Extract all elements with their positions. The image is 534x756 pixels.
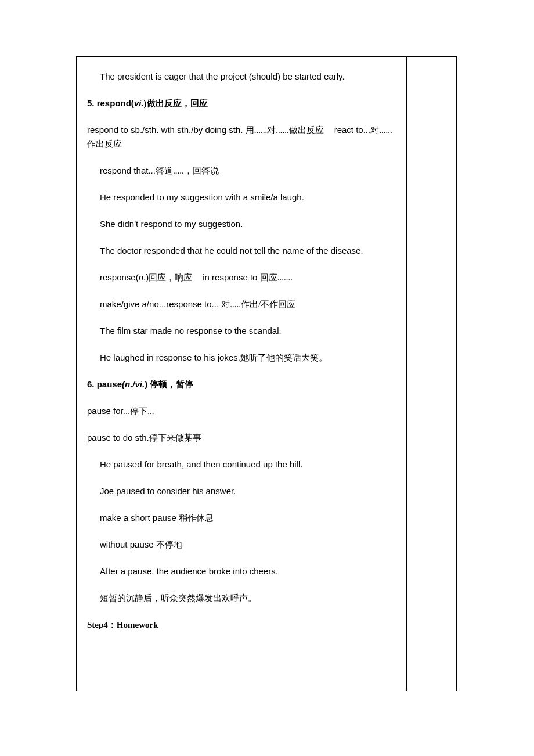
text-span: react to...: [334, 125, 371, 135]
text-span: 停顿，暂停: [150, 380, 193, 389]
text-span: respond that...: [100, 165, 156, 175]
paragraph-20: Step4：Homework: [87, 618, 396, 632]
text-span: 6. pause: [87, 379, 122, 389]
text-span: )做出反应，回应: [144, 99, 208, 108]
text-span: 答道.....，回答说: [156, 166, 219, 175]
text-span: make a short pause: [100, 513, 179, 523]
text-span: without pause: [100, 539, 156, 549]
paragraph-10: He laughed in response to his jokes.她听了他…: [87, 351, 396, 365]
paragraph-11: 6. pause(n./vi.) 停顿，暂停: [87, 377, 396, 391]
text-span: 停下来做某事: [149, 433, 201, 442]
text-span: response(: [100, 272, 139, 282]
main-content-cell: The president is eager that the project …: [77, 57, 407, 691]
text-span: n.: [139, 272, 146, 282]
text-span: 5. respond(: [87, 98, 134, 108]
side-empty-cell: [407, 57, 457, 691]
text-span: 短暂的沉静后，听众突然爆发出欢呼声。: [100, 593, 257, 603]
paragraph-15: Joe paused to consider his answer.: [87, 484, 396, 498]
text-span: 停下...: [130, 406, 154, 416]
paragraph-6: The doctor responded that he could not t…: [87, 244, 396, 258]
text-span: The president is eager that the project …: [100, 71, 345, 81]
text-span: Joe paused to consider his answer.: [100, 486, 236, 496]
paragraph-19: 短暂的沉静后，听众突然爆发出欢呼声。: [87, 591, 396, 605]
paragraph-9: The film star made no response to the sc…: [87, 324, 396, 338]
paragraph-5: She didn't respond to my suggestion.: [87, 217, 396, 231]
text-span: respond to sb./sth. wth sth./by doing st…: [87, 125, 246, 135]
paragraph-12: pause for...停下...: [87, 404, 396, 418]
text-span: After a pause, the audience broke into c…: [100, 566, 278, 576]
paragraph-8: make/give a/no...response to... 对.....作出…: [87, 297, 396, 311]
text-span: He laughed in response to his jokes.: [100, 352, 240, 362]
text-span: 用......对......做出反应: [246, 125, 324, 135]
text-span: (n./vi.: [122, 379, 145, 389]
text-span: She didn't respond to my suggestion.: [100, 219, 243, 229]
text-span: He responded to my suggestion with a smi…: [100, 192, 304, 202]
text-span: pause to do sth.: [87, 433, 149, 442]
paragraph-14: He paused for breath, and then continued…: [87, 458, 396, 471]
paragraph-3: respond that...答道.....，回答说: [87, 164, 396, 178]
paragraph-0: The president is eager that the project …: [87, 70, 396, 84]
paragraph-1: 5. respond(vi.)做出反应，回应: [87, 96, 396, 110]
text-span: 回应.......: [260, 273, 293, 282]
paragraph-7: response(n.)回应，响应in response to 回应......…: [87, 271, 396, 285]
paragraph-18: After a pause, the audience broke into c…: [87, 564, 396, 578]
paragraph-2: respond to sb./sth. wth sth./by doing st…: [87, 123, 396, 151]
text-span: pause for...: [87, 406, 130, 416]
paragraph-17: without pause 不停地: [87, 538, 396, 552]
text-span: 她听了他的笑话大笑。: [240, 353, 327, 362]
text-span: 回应，响应: [149, 273, 192, 282]
text-span: 不停地: [156, 540, 182, 549]
text-span: He paused for breath, and then continued…: [100, 459, 302, 469]
text-span: 对.....作出/不作回应: [221, 300, 295, 309]
paragraph-16: make a short pause 稍作休息: [87, 511, 396, 525]
text-span: vi.: [134, 98, 144, 108]
text-span: Step4：Homework: [87, 620, 158, 629]
document-table: The president is eager that the project …: [76, 56, 457, 691]
paragraph-13: pause to do sth.停下来做某事: [87, 431, 396, 445]
text-span: make/give a/no...response to...: [100, 299, 221, 309]
text-span: The doctor responded that he could not t…: [100, 246, 363, 255]
text-span: ): [145, 379, 150, 389]
paragraph-4: He responded to my suggestion with a smi…: [87, 190, 396, 204]
text-span: 稍作休息: [179, 513, 214, 523]
text-span: in response to: [203, 272, 259, 282]
text-span: The film star made no response to the sc…: [100, 326, 282, 336]
